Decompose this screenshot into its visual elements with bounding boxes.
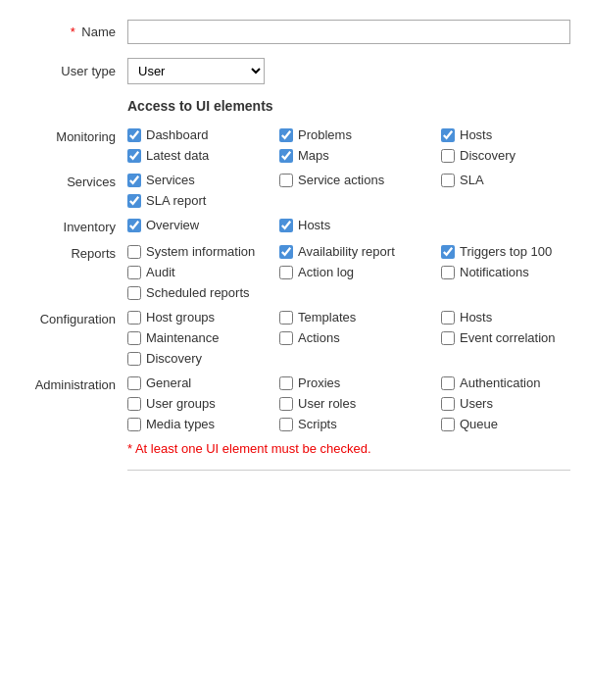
- checkbox-label-dashboard[interactable]: Dashboard: [146, 127, 209, 142]
- access-section-title: Access to UI elements: [127, 98, 570, 114]
- checkbox-action_log[interactable]: [279, 266, 293, 279]
- checkbox-discovery_mon[interactable]: [441, 149, 455, 163]
- checkbox-label-queue[interactable]: Queue: [460, 417, 498, 431]
- checkbox-authentication[interactable]: [441, 376, 455, 390]
- access-group-inventory: InventoryOverviewHosts: [20, 218, 570, 234]
- user-type-select[interactable]: User Admin Super Admin: [127, 58, 265, 84]
- checkbox-avail_report[interactable]: [279, 245, 293, 259]
- checkboxes-services: ServicesService actionsSLASLA report: [127, 173, 590, 208]
- checkbox-item-hosts_conf: Hosts: [441, 310, 590, 325]
- checkbox-proxies[interactable]: [279, 376, 293, 390]
- checkbox-label-notifications[interactable]: Notifications: [460, 265, 529, 279]
- checkbox-service_actions[interactable]: [279, 174, 293, 187]
- checkbox-audit[interactable]: [127, 266, 141, 279]
- checkbox-label-actions[interactable]: Actions: [298, 330, 340, 345]
- checkbox-hosts_mon[interactable]: [441, 128, 455, 142]
- name-input[interactable]: [127, 20, 570, 44]
- checkbox-label-maintenance[interactable]: Maintenance: [146, 330, 219, 345]
- checkbox-label-hosts_inv[interactable]: Hosts: [298, 218, 330, 232]
- checkbox-label-hosts_conf[interactable]: Hosts: [460, 310, 492, 325]
- section-label-services: Services: [20, 173, 127, 189]
- checkbox-label-scheduled_reports[interactable]: Scheduled reports: [146, 285, 250, 300]
- checkbox-item-system_info: System information: [127, 244, 279, 259]
- checkbox-label-authentication[interactable]: Authentication: [460, 375, 540, 390]
- checkbox-system_info[interactable]: [127, 245, 141, 259]
- checkbox-item-discovery_mon: Discovery: [441, 148, 590, 163]
- checkboxes-reports: System informationAvailability reportTri…: [127, 244, 590, 300]
- checkbox-label-problems[interactable]: Problems: [298, 127, 352, 142]
- checkbox-queue[interactable]: [441, 418, 455, 431]
- checkbox-scheduled_reports[interactable]: [127, 286, 141, 300]
- checkbox-item-latest_data: Latest data: [127, 148, 279, 163]
- section-label-configuration: Configuration: [20, 310, 127, 326]
- checkbox-label-audit[interactable]: Audit: [146, 265, 175, 279]
- checkbox-user_groups[interactable]: [127, 397, 141, 411]
- checkbox-label-users[interactable]: Users: [460, 396, 493, 411]
- checkbox-label-general[interactable]: General: [146, 375, 191, 390]
- checkbox-latest_data[interactable]: [127, 149, 141, 163]
- checkbox-item-overview: Overview: [127, 218, 279, 232]
- section-label-inventory: Inventory: [20, 218, 127, 234]
- checkbox-triggers_top100[interactable]: [441, 245, 455, 259]
- bottom-divider: [127, 470, 570, 471]
- checkbox-dashboard[interactable]: [127, 128, 141, 142]
- checkbox-label-hosts_mon[interactable]: Hosts: [460, 127, 492, 142]
- access-group-monitoring: MonitoringDashboardProblemsHostsLatest d…: [20, 127, 570, 163]
- checkbox-notifications[interactable]: [441, 266, 455, 279]
- checkbox-event_corr[interactable]: [441, 331, 455, 345]
- checkbox-users[interactable]: [441, 397, 455, 411]
- access-group-services: ServicesServicesService actionsSLASLA re…: [20, 173, 570, 208]
- checkbox-label-avail_report[interactable]: Availability report: [298, 244, 395, 259]
- checkbox-label-sla[interactable]: SLA: [460, 173, 484, 187]
- checkbox-item-general: General: [127, 375, 279, 390]
- checkbox-sla_report[interactable]: [127, 194, 141, 208]
- checkbox-hosts_inv[interactable]: [279, 219, 293, 232]
- access-group-reports: ReportsSystem informationAvailability re…: [20, 244, 570, 300]
- checkbox-discovery_conf[interactable]: [127, 352, 141, 366]
- checkbox-user_roles[interactable]: [279, 397, 293, 411]
- checkbox-maintenance[interactable]: [127, 331, 141, 345]
- checkbox-label-services[interactable]: Services: [146, 173, 195, 187]
- section-label-reports: Reports: [20, 244, 127, 261]
- checkbox-label-overview[interactable]: Overview: [146, 218, 199, 232]
- checkbox-label-discovery_mon[interactable]: Discovery: [460, 148, 516, 163]
- checkbox-label-maps[interactable]: Maps: [298, 148, 329, 163]
- checkbox-scripts[interactable]: [279, 418, 293, 431]
- checkbox-label-latest_data[interactable]: Latest data: [146, 148, 209, 163]
- checkbox-label-discovery_conf[interactable]: Discovery: [146, 351, 202, 366]
- checkbox-label-host_groups[interactable]: Host groups: [146, 310, 215, 325]
- checkbox-label-service_actions[interactable]: Service actions: [298, 173, 384, 187]
- checkbox-item-templates: Templates: [279, 310, 441, 325]
- checkbox-item-users: Users: [441, 396, 590, 411]
- checkbox-label-proxies[interactable]: Proxies: [298, 375, 340, 390]
- checkbox-hosts_conf[interactable]: [441, 311, 455, 325]
- user-type-label: User type: [20, 64, 127, 78]
- checkbox-label-user_groups[interactable]: User groups: [146, 396, 216, 411]
- checkbox-sla[interactable]: [441, 174, 455, 187]
- checkbox-actions[interactable]: [279, 331, 293, 345]
- checkbox-label-scripts[interactable]: Scripts: [298, 417, 337, 431]
- checkbox-item-queue: Queue: [441, 417, 590, 431]
- hint-text: * At least one UI element must be checke…: [127, 441, 570, 456]
- checkbox-services[interactable]: [127, 174, 141, 187]
- checkbox-label-media_types[interactable]: Media types: [146, 417, 215, 431]
- checkbox-item-notifications: Notifications: [441, 265, 590, 279]
- checkbox-problems[interactable]: [279, 128, 293, 142]
- checkbox-label-system_info[interactable]: System information: [146, 244, 255, 259]
- checkbox-general[interactable]: [127, 376, 141, 390]
- checkbox-host_groups[interactable]: [127, 311, 141, 325]
- checkboxes-monitoring: DashboardProblemsHostsLatest dataMapsDis…: [127, 127, 590, 163]
- checkbox-label-triggers_top100[interactable]: Triggers top 100: [460, 244, 552, 259]
- checkbox-label-user_roles[interactable]: User roles: [298, 396, 356, 411]
- checkbox-maps[interactable]: [279, 149, 293, 163]
- checkbox-label-event_corr[interactable]: Event correlation: [460, 330, 556, 345]
- checkbox-label-action_log[interactable]: Action log: [298, 265, 354, 279]
- checkbox-item-actions: Actions: [279, 330, 441, 345]
- checkbox-label-templates[interactable]: Templates: [298, 310, 356, 325]
- checkbox-templates[interactable]: [279, 311, 293, 325]
- checkbox-item-triggers_top100: Triggers top 100: [441, 244, 590, 259]
- checkbox-label-sla_report[interactable]: SLA report: [146, 193, 206, 208]
- checkbox-media_types[interactable]: [127, 418, 141, 431]
- checkbox-overview[interactable]: [127, 219, 141, 232]
- checkbox-item-hosts_inv: Hosts: [279, 218, 441, 232]
